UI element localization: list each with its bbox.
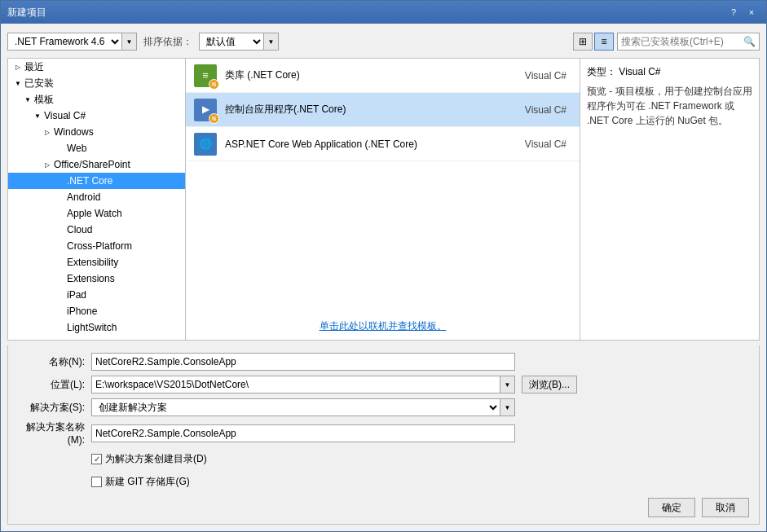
location-arrow[interactable]: ▼ <box>500 376 515 394</box>
grid-view-button[interactable]: ⊞ <box>573 33 593 51</box>
sidebar-item-office-label: Office/SharePoint <box>54 159 130 170</box>
checkbox-git-box[interactable] <box>91 477 102 487</box>
framework-arrow[interactable]: ▼ <box>122 33 137 51</box>
sidebar-item-extensions[interactable]: Extensions <box>8 270 185 287</box>
location-select-row: ▼ <box>91 376 515 394</box>
sidebar-item-android[interactable]: Android <box>8 189 185 205</box>
template-icon-console-app: ▶ N <box>192 97 218 123</box>
solution-label: 解决方案(S): <box>18 401 91 415</box>
list-view-button[interactable]: ≡ <box>594 33 614 51</box>
sidebar-item-web[interactable]: Web <box>8 140 185 156</box>
sidebar-item-extensibility[interactable]: Extensibility <box>8 254 185 270</box>
checkbox-create-dir-box[interactable] <box>91 454 102 464</box>
sidebar-item-net-core-label: .NET Core <box>67 175 112 187</box>
sidebar-item-recent[interactable]: ▷ 最近 <box>8 59 185 75</box>
window-title: 新建项目 <box>7 6 46 20</box>
form-row-location: 位置(L): ▼ 浏览(B)... <box>18 375 749 394</box>
main-window: 新建项目 ? × .NET Framework 4.6 ▼ 排序依据： 默认值 … <box>0 0 767 532</box>
template-item-aspnet[interactable]: 🌐 ASP.NET Core Web Application (.NET Cor… <box>186 127 580 161</box>
template-lang-console-app: Visual C# <box>525 104 566 116</box>
sidebar-item-recent-label: 最近 <box>24 60 44 74</box>
solution-select-row: 创建新解决方案 ▼ <box>91 398 515 416</box>
name-input[interactable] <box>91 353 515 371</box>
expand-crossplatform-icon <box>54 240 67 253</box>
checkbox-create-dir[interactable]: 为解决方案创建目录(D) <box>91 452 207 466</box>
sidebar-item-templates[interactable]: ▼ 模板 <box>8 91 185 108</box>
form-row-name: 名称(N): <box>18 352 749 372</box>
expand-lightswitch-icon <box>54 321 67 334</box>
search-input[interactable] <box>621 36 743 47</box>
expand-office-icon: ▷ <box>41 158 54 171</box>
solution-select[interactable]: 创建新解决方案 <box>91 398 500 416</box>
main-layout: ▷ 最近 ▼ 已安装 ▼ 模板 ▼ Visual C# <box>7 58 760 341</box>
sidebar-item-extensibility-label: Extensibility <box>67 257 118 268</box>
expand-templates-icon: ▼ <box>21 93 34 106</box>
sidebar-scroll[interactable]: ▷ 最近 ▼ 已安装 ▼ 模板 ▼ Visual C# <box>8 59 185 340</box>
sidebar-item-windows[interactable]: ▷ Windows <box>8 124 185 140</box>
template-item-class-lib[interactable]: ≡ N 类库 (.NET Core) Visual C# <box>186 59 580 93</box>
sidebar-item-lightswitch[interactable]: LightSwitch <box>8 319 185 336</box>
sort-select[interactable]: 默认值 <box>199 33 264 51</box>
sort-selector: 默认值 ▼ <box>199 33 279 51</box>
toolbar: .NET Framework 4.6 ▼ 排序依据： 默认值 ▼ ⊞ ≡ 🔍 <box>7 30 760 53</box>
sidebar-item-office-sharepoint[interactable]: ▷ Office/SharePoint <box>8 156 185 173</box>
sidebar-item-windows-label: Windows <box>54 126 94 138</box>
expand-reporting-icon <box>54 337 67 340</box>
solution-name-input[interactable] <box>91 424 515 442</box>
sidebar-item-visual-csharp-label: Visual C# <box>44 110 86 121</box>
expand-cloud-icon <box>54 223 67 236</box>
title-bar: 新建项目 ? × <box>1 1 766 24</box>
checkbox-git-label: 新建 GIT 存储库(G) <box>105 475 190 489</box>
expand-iphone-icon <box>54 305 67 318</box>
template-icon-aspnet: 🌐 <box>192 131 218 157</box>
sidebar-item-web-label: Web <box>67 143 86 154</box>
form-row-checkboxes: 为解决方案创建目录(D) <box>18 449 749 468</box>
sidebar-item-ipad[interactable]: iPad <box>8 287 185 303</box>
sidebar-item-reporting[interactable]: Reporting <box>8 336 185 340</box>
template-list: ≡ N 类库 (.NET Core) Visual C# ▶ N <box>186 59 580 313</box>
sidebar: ▷ 最近 ▼ 已安装 ▼ 模板 ▼ Visual C# <box>8 59 186 340</box>
browse-button[interactable]: 浏览(B)... <box>522 376 577 394</box>
content-area: .NET Framework 4.6 ▼ 排序依据： 默认值 ▼ ⊞ ≡ 🔍 <box>1 24 766 531</box>
sidebar-item-visual-csharp[interactable]: ▼ Visual C# <box>8 108 185 124</box>
sidebar-item-reporting-label: Reporting <box>67 338 109 340</box>
sidebar-item-cloud-label: Cloud <box>67 224 92 235</box>
sidebar-item-cross-platform-label: Cross-Platform <box>67 240 132 252</box>
window-controls: ? × <box>725 5 760 20</box>
checkbox-create-dir-label: 为解决方案创建目录(D) <box>105 452 207 466</box>
expand-recent-icon: ▷ <box>11 60 24 73</box>
template-item-console-app[interactable]: ▶ N 控制台应用程序(.NET Core) Visual C# <box>186 93 580 127</box>
sort-label: 排序依据： <box>143 35 192 49</box>
template-name-class-lib: 类库 (.NET Core) <box>225 68 525 82</box>
ok-button[interactable]: 确定 <box>648 498 695 517</box>
online-link[interactable]: 单击此处以联机并查找模板。 <box>186 313 580 340</box>
help-button[interactable]: ? <box>725 5 742 20</box>
sidebar-item-extensions-label: Extensions <box>67 273 115 284</box>
view-buttons: ⊞ ≡ <box>573 33 614 51</box>
sidebar-item-lightswitch-label: LightSwitch <box>67 322 117 333</box>
bottom-buttons: 确定 取消 <box>18 498 749 517</box>
cancel-button[interactable]: 取消 <box>702 498 749 517</box>
sidebar-item-iphone[interactable]: iPhone <box>8 303 185 319</box>
sort-arrow[interactable]: ▼ <box>264 33 279 51</box>
sidebar-item-apple-watch[interactable]: Apple Watch <box>8 205 185 222</box>
sidebar-item-cloud[interactable]: Cloud <box>8 222 185 238</box>
framework-select[interactable]: .NET Framework 4.6 <box>7 33 122 51</box>
sidebar-item-installed[interactable]: ▼ 已安装 <box>8 75 185 91</box>
search-icon: 🔍 <box>743 36 756 47</box>
sidebar-item-net-core[interactable]: .NET Core <box>8 173 185 189</box>
sidebar-item-installed-label: 已安装 <box>24 77 54 90</box>
search-box: 🔍 <box>617 33 760 51</box>
expand-extensibility-icon <box>54 256 67 269</box>
template-name-aspnet: ASP.NET Core Web Application (.NET Core) <box>225 138 525 150</box>
form-row-checkbox2: 新建 GIT 存储库(G) <box>18 472 749 491</box>
close-button[interactable]: × <box>743 5 760 20</box>
type-label: 类型： <box>587 66 616 77</box>
template-name-console-app: 控制台应用程序(.NET Core) <box>225 103 525 117</box>
checkbox-git[interactable]: 新建 GIT 存储库(G) <box>91 475 190 489</box>
solution-arrow[interactable]: ▼ <box>500 398 515 416</box>
name-label: 名称(N): <box>18 355 91 369</box>
sidebar-item-cross-platform[interactable]: Cross-Platform <box>8 238 185 254</box>
form-row-solution-name: 解决方案名称(M): <box>18 420 749 446</box>
location-input[interactable] <box>91 376 500 394</box>
